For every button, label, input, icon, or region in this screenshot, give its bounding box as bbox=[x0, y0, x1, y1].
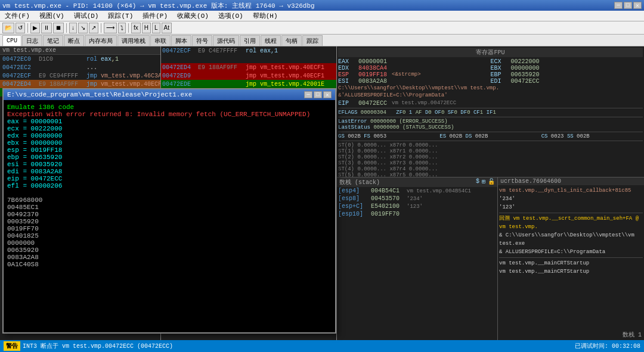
toolbar-open[interactable]: 📂 bbox=[2, 23, 14, 33]
toolbar-fx[interactable]: fx bbox=[131, 23, 141, 33]
right-panel: 寄存器FPU EAX00000001 ECX00222000 EDX84038C… bbox=[337, 46, 644, 340]
stack-unlock-btn[interactable]: 🔓 bbox=[488, 178, 495, 186]
sep5 bbox=[499, 213, 643, 213]
tab-callstack[interactable]: 调用堆栈 bbox=[117, 35, 150, 46]
asm-row[interactable]: 00472EC0 D1C0 rol eax,1 bbox=[0, 55, 160, 63]
dialog-line bbox=[7, 189, 332, 197]
menu-view[interactable]: 视图(V) bbox=[37, 11, 67, 21]
stack-s-btn[interactable]: $ bbox=[476, 178, 479, 186]
tab-source[interactable]: 源代码 bbox=[213, 35, 239, 46]
toolbar-trace-over[interactable]: ⤵ bbox=[118, 23, 126, 33]
status-badge: 警告 bbox=[4, 341, 20, 351]
toolbar-pause[interactable]: ⏸ bbox=[41, 23, 52, 33]
dialog-line: efl = 00000206 bbox=[7, 182, 332, 189]
code-row[interactable]: 00472EDE jmp vm_test.vmp.42001E bbox=[161, 80, 336, 88]
code-row[interactable]: 00472ED4 E9 188AF9FF jmp vm_test.vmp.40E… bbox=[161, 63, 336, 71]
tab-breakpoints[interactable]: 断点 bbox=[64, 35, 84, 46]
dialog-content: Emulate i386 code Exception with error r… bbox=[4, 100, 335, 332]
dialog-line: 0000000 bbox=[7, 239, 332, 247]
close-button[interactable]: ✕ bbox=[633, 2, 642, 9]
tab-trace2[interactable]: 跟踪 bbox=[302, 35, 323, 46]
scroll-btn[interactable]: 数栈 1 bbox=[623, 331, 642, 339]
mem-info-1: vm test.vmp.__dyn_tls_init_callback+81c8… bbox=[499, 186, 643, 195]
dialog-close[interactable]: ✕ bbox=[323, 91, 332, 98]
toolbar-stepover[interactable]: ↘ bbox=[78, 23, 88, 33]
toolbar-stop[interactable]: ⏹ bbox=[53, 23, 64, 33]
tab-serial[interactable]: 串联 bbox=[150, 35, 171, 46]
reg-eax: EAX00000001 bbox=[338, 58, 491, 65]
stack-row[interactable]: [esp4] 004B54C1 vm test.vmp.004B54C1 bbox=[337, 187, 497, 195]
asm-row[interactable]: 00472ECF E9 CE94FFFF jmp vm_test.vmp.46C… bbox=[0, 71, 160, 80]
reg-path2: &'ALLUSERSPROFILE=C:\\ProgramData' bbox=[338, 92, 643, 99]
reg-esi: ESI0083A2A8 bbox=[338, 78, 491, 85]
tab-threads[interactable]: 线程 bbox=[261, 35, 281, 46]
toolbar-h[interactable]: H bbox=[142, 23, 151, 33]
stack-row[interactable]: [esp10] 0019FF70 bbox=[337, 210, 497, 218]
stack-title: 数栈 (stack) $ ⊞ 🔓 bbox=[337, 177, 497, 187]
toolbar-restart[interactable]: ↺ bbox=[16, 23, 25, 33]
tab-refs[interactable]: 引用 bbox=[240, 35, 260, 46]
tab-script[interactable]: 脚本 bbox=[171, 35, 191, 46]
last-status: LastStatus 00000000 (STATUS_SUCCESS) bbox=[338, 124, 643, 130]
fpu-rows: ST(0) 0.0000... x87r0 0.0000... ST(1) 0.… bbox=[338, 142, 643, 177]
maximize-button[interactable]: □ bbox=[624, 2, 632, 9]
mem-info-lines: vm test.vmp.__dyn_tls_init_callback+81c8… bbox=[498, 185, 644, 277]
menu-help[interactable]: 帮助(H) bbox=[250, 11, 280, 21]
toolbar-sep3 bbox=[101, 23, 101, 33]
mem-info-8: vm test.vmp.__mainCRTStartup bbox=[499, 267, 643, 276]
menu-plugins[interactable]: 插件(P) bbox=[140, 11, 170, 21]
disasm-header: vm test.vmp.exe bbox=[0, 46, 160, 55]
dialog-minimize[interactable]: ─ bbox=[304, 91, 312, 98]
code-row[interactable]: 00472ECF E9 C4E7FFFF rol eax,1 bbox=[161, 46, 336, 55]
code-row[interactable]: 00472ED9 jmp vm_test.vmp.40ECF1 bbox=[161, 71, 336, 80]
toolbar-trace-into[interactable]: ⟶ bbox=[104, 23, 117, 33]
tab-notes[interactable]: 笔记 bbox=[43, 35, 63, 46]
dialog-maximize[interactable]: □ bbox=[314, 91, 322, 98]
dialog-line: eip = 00472ECC bbox=[7, 175, 332, 182]
dialog-line: 00492370 bbox=[7, 211, 332, 218]
dialog-line: 00401825 bbox=[7, 232, 332, 239]
status-right: 已调试时间: 00:32:08 bbox=[575, 342, 640, 350]
toolbar-stepout[interactable]: ↗ bbox=[89, 23, 98, 33]
dialog-line: eax = 00000001 bbox=[7, 118, 332, 125]
tab-memory[interactable]: 内存布局 bbox=[85, 35, 117, 46]
dialog-line: 00635920 bbox=[7, 247, 332, 254]
dialog-line: ebp = 00635920 bbox=[7, 154, 332, 161]
tab-log[interactable]: 日志 bbox=[22, 35, 42, 46]
mem-info-6: & ALLUSERSPROFILE=C:\\ProgramData bbox=[499, 248, 643, 256]
reg-ecx: ECX00222000 bbox=[491, 58, 643, 65]
segments: GS 002B FS 0053 ES 002B DS 002B CS 0023 … bbox=[338, 133, 643, 139]
menu-favorites[interactable]: 收藏夹(O) bbox=[175, 11, 211, 21]
stack-expand-btn[interactable]: ⊞ bbox=[482, 178, 485, 186]
menu-options[interactable]: 选项(O) bbox=[216, 11, 246, 21]
code-row[interactable] bbox=[161, 55, 336, 63]
asm-row[interactable]: 00472EC2 ... bbox=[0, 63, 160, 71]
reg-edx: EDX84038CA4 bbox=[338, 65, 491, 71]
dialog-line: ecx = 00222000 bbox=[7, 125, 332, 132]
toolbar-run[interactable]: ▶ bbox=[30, 23, 40, 33]
toolbar-stepinto[interactable]: ↓ bbox=[69, 23, 77, 33]
menu-trace[interactable]: 跟踪(T) bbox=[106, 11, 135, 21]
menu-file[interactable]: 文件(F) bbox=[2, 11, 32, 21]
toolbar-sep4 bbox=[128, 23, 129, 33]
sep4 bbox=[338, 141, 643, 141]
dialog-line: 7B6968000 bbox=[7, 197, 332, 204]
app-title: vm test.vmp.exe - PID: 14100 (×64) → vm … bbox=[2, 1, 315, 10]
toolbar: 📂 ↺ ▶ ⏸ ⏹ ↓ ↘ ↗ ⟶ ⤵ fx H L At bbox=[0, 21, 644, 35]
toolbar-at[interactable]: At bbox=[162, 23, 172, 33]
tab-cpu[interactable]: CPU bbox=[2, 35, 21, 46]
minimize-button[interactable]: ─ bbox=[614, 2, 623, 9]
toolbar-l[interactable]: L bbox=[152, 23, 160, 33]
menu-debug[interactable]: 调试(D) bbox=[72, 11, 101, 21]
eflags-row: EFLAGS 00000304 ZF0 1 AF D0 OF0 SF0 DF0 … bbox=[338, 110, 643, 116]
error-dialog: E:\vs_code_program\vm_test\Release\Proje… bbox=[2, 88, 336, 334]
toolbar-sep1 bbox=[27, 23, 28, 33]
reg-eip: EIP00472ECC vm test.vmp.00472ECC bbox=[338, 100, 643, 107]
tab-handles[interactable]: 句柄 bbox=[281, 35, 302, 46]
stack-row[interactable]: [esp8] 00453570 '234' bbox=[337, 195, 497, 203]
registers-panel: 寄存器FPU EAX00000001 ECX00222000 EDX84038C… bbox=[337, 46, 644, 177]
stack-row[interactable]: [esp+C] E5402100 '123' bbox=[337, 203, 497, 210]
asm-row[interactable]: 00472ED4 E9 188AF9FF jmp vm_test.vmp.40E… bbox=[0, 80, 160, 88]
dialog-line: 0A1C40S8 bbox=[7, 261, 332, 268]
tab-symbols[interactable]: 符号 bbox=[192, 35, 212, 46]
